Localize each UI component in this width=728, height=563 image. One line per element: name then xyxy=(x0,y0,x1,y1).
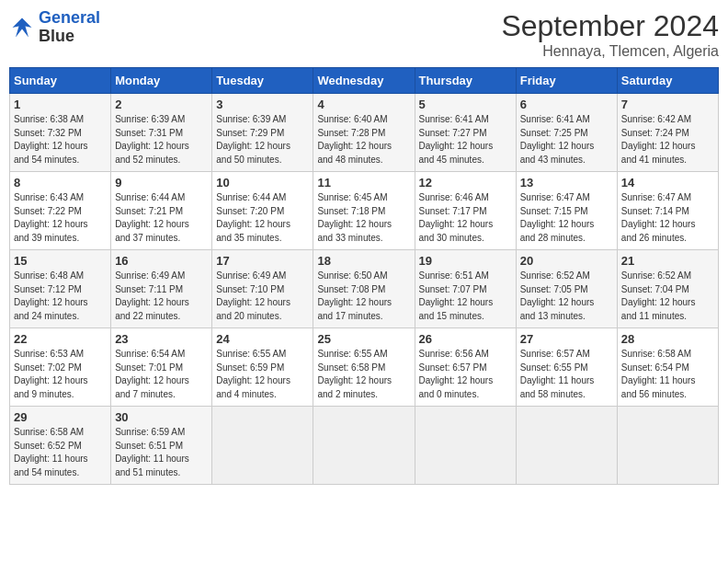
day-info: Sunrise: 6:52 AMSunset: 7:04 PMDaylight:… xyxy=(621,270,714,323)
day-number: 28 xyxy=(621,332,714,346)
day-number: 5 xyxy=(419,98,512,111)
col-header-wednesday: Wednesday xyxy=(313,68,415,94)
week-row-5: 29Sunrise: 6:58 AMSunset: 6:52 PMDayligh… xyxy=(10,407,719,485)
day-info: Sunrise: 6:53 AMSunset: 7:02 PMDaylight:… xyxy=(14,348,107,401)
day-number: 8 xyxy=(14,176,107,190)
day-cell-12: 12Sunrise: 6:46 AMSunset: 7:17 PMDayligh… xyxy=(415,172,516,250)
day-cell-22: 22Sunrise: 6:53 AMSunset: 7:02 PMDayligh… xyxy=(10,328,111,407)
day-cell-6: 6Sunrise: 6:41 AMSunset: 7:25 PMDaylight… xyxy=(516,94,617,172)
day-info: Sunrise: 6:52 AMSunset: 7:05 PMDaylight:… xyxy=(520,270,613,323)
day-info: Sunrise: 6:49 AMSunset: 7:11 PMDaylight:… xyxy=(115,270,208,323)
day-number: 22 xyxy=(14,332,107,346)
day-cell-13: 13Sunrise: 6:47 AMSunset: 7:15 PMDayligh… xyxy=(516,172,617,250)
day-info: Sunrise: 6:46 AMSunset: 7:17 PMDaylight:… xyxy=(419,191,512,245)
col-header-sunday: Sunday xyxy=(10,68,111,94)
empty-cell xyxy=(415,407,516,485)
day-cell-29: 29Sunrise: 6:58 AMSunset: 6:52 PMDayligh… xyxy=(10,407,111,485)
empty-cell xyxy=(212,407,313,485)
day-number: 26 xyxy=(419,332,512,346)
day-number: 7 xyxy=(621,98,714,111)
day-cell-3: 3Sunrise: 6:39 AMSunset: 7:29 PMDaylight… xyxy=(212,94,313,172)
day-number: 9 xyxy=(115,176,208,190)
day-number: 10 xyxy=(216,176,309,190)
day-info: Sunrise: 6:40 AMSunset: 7:28 PMDaylight:… xyxy=(317,113,410,167)
day-number: 21 xyxy=(621,254,714,268)
col-header-thursday: Thursday xyxy=(415,68,516,94)
day-cell-19: 19Sunrise: 6:51 AMSunset: 7:07 PMDayligh… xyxy=(415,250,516,328)
day-info: Sunrise: 6:55 AMSunset: 6:59 PMDaylight:… xyxy=(216,348,309,401)
day-cell-15: 15Sunrise: 6:48 AMSunset: 7:12 PMDayligh… xyxy=(10,250,111,328)
day-info: Sunrise: 6:49 AMSunset: 7:10 PMDaylight:… xyxy=(216,270,309,323)
day-info: Sunrise: 6:58 AMSunset: 6:52 PMDaylight:… xyxy=(14,426,107,479)
day-info: Sunrise: 6:39 AMSunset: 7:31 PMDaylight:… xyxy=(115,113,208,167)
day-cell-7: 7Sunrise: 6:42 AMSunset: 7:24 PMDaylight… xyxy=(617,94,718,172)
day-cell-27: 27Sunrise: 6:57 AMSunset: 6:55 PMDayligh… xyxy=(516,328,617,407)
day-info: Sunrise: 6:44 AMSunset: 7:21 PMDaylight:… xyxy=(115,191,208,245)
day-info: Sunrise: 6:45 AMSunset: 7:18 PMDaylight:… xyxy=(317,191,410,245)
day-cell-26: 26Sunrise: 6:56 AMSunset: 6:57 PMDayligh… xyxy=(415,328,516,407)
week-row-4: 22Sunrise: 6:53 AMSunset: 7:02 PMDayligh… xyxy=(10,328,719,407)
month-title: September 2024 xyxy=(501,9,719,43)
day-info: Sunrise: 6:42 AMSunset: 7:24 PMDaylight:… xyxy=(621,113,714,167)
day-cell-10: 10Sunrise: 6:44 AMSunset: 7:20 PMDayligh… xyxy=(212,172,313,250)
logo-icon xyxy=(9,15,35,40)
day-cell-16: 16Sunrise: 6:49 AMSunset: 7:11 PMDayligh… xyxy=(111,250,212,328)
calendar-table: SundayMondayTuesdayWednesdayThursdayFrid… xyxy=(9,67,719,485)
day-number: 20 xyxy=(520,254,613,268)
day-info: Sunrise: 6:50 AMSunset: 7:08 PMDaylight:… xyxy=(317,270,410,323)
week-row-1: 1Sunrise: 6:38 AMSunset: 7:32 PMDaylight… xyxy=(10,94,719,172)
title-block: September 2024 Hennaya, Tlemcen, Algeria xyxy=(501,9,719,60)
day-cell-25: 25Sunrise: 6:55 AMSunset: 6:58 PMDayligh… xyxy=(313,328,415,407)
day-cell-8: 8Sunrise: 6:43 AMSunset: 7:22 PMDaylight… xyxy=(10,172,111,250)
day-info: Sunrise: 6:55 AMSunset: 6:58 PMDaylight:… xyxy=(317,348,410,401)
week-row-2: 8Sunrise: 6:43 AMSunset: 7:22 PMDaylight… xyxy=(10,172,719,250)
day-cell-23: 23Sunrise: 6:54 AMSunset: 7:01 PMDayligh… xyxy=(111,328,212,407)
day-number: 16 xyxy=(115,254,208,268)
day-number: 12 xyxy=(419,176,512,190)
day-number: 17 xyxy=(216,254,309,268)
empty-cell xyxy=(516,407,617,485)
header-row: SundayMondayTuesdayWednesdayThursdayFrid… xyxy=(10,68,719,94)
day-number: 24 xyxy=(216,332,309,346)
day-number: 13 xyxy=(520,176,613,190)
logo: General Blue xyxy=(9,9,100,46)
location-title: Hennaya, Tlemcen, Algeria xyxy=(501,43,719,60)
day-number: 4 xyxy=(317,98,410,111)
day-number: 18 xyxy=(317,254,410,268)
day-info: Sunrise: 6:57 AMSunset: 6:55 PMDaylight:… xyxy=(520,348,613,401)
day-info: Sunrise: 6:51 AMSunset: 7:07 PMDaylight:… xyxy=(419,270,512,323)
day-cell-30: 30Sunrise: 6:59 AMSunset: 6:51 PMDayligh… xyxy=(111,407,212,485)
day-number: 29 xyxy=(14,410,107,424)
day-number: 3 xyxy=(216,98,309,111)
day-number: 27 xyxy=(520,332,613,346)
day-info: Sunrise: 6:39 AMSunset: 7:29 PMDaylight:… xyxy=(216,113,309,167)
day-info: Sunrise: 6:38 AMSunset: 7:32 PMDaylight:… xyxy=(14,113,107,167)
day-info: Sunrise: 6:58 AMSunset: 6:54 PMDaylight:… xyxy=(621,348,714,401)
day-number: 1 xyxy=(14,98,107,111)
day-info: Sunrise: 6:44 AMSunset: 7:20 PMDaylight:… xyxy=(216,191,309,245)
day-info: Sunrise: 6:47 AMSunset: 7:15 PMDaylight:… xyxy=(520,191,613,245)
empty-cell xyxy=(313,407,415,485)
day-cell-9: 9Sunrise: 6:44 AMSunset: 7:21 PMDaylight… xyxy=(111,172,212,250)
logo-text: General Blue xyxy=(39,9,100,46)
day-info: Sunrise: 6:41 AMSunset: 7:27 PMDaylight:… xyxy=(419,113,512,167)
day-number: 19 xyxy=(419,254,512,268)
svg-marker-0 xyxy=(13,17,32,37)
day-cell-14: 14Sunrise: 6:47 AMSunset: 7:14 PMDayligh… xyxy=(617,172,718,250)
day-number: 2 xyxy=(115,98,208,111)
day-cell-5: 5Sunrise: 6:41 AMSunset: 7:27 PMDaylight… xyxy=(415,94,516,172)
day-number: 14 xyxy=(621,176,714,190)
day-info: Sunrise: 6:43 AMSunset: 7:22 PMDaylight:… xyxy=(14,191,107,245)
day-cell-4: 4Sunrise: 6:40 AMSunset: 7:28 PMDaylight… xyxy=(313,94,415,172)
day-cell-11: 11Sunrise: 6:45 AMSunset: 7:18 PMDayligh… xyxy=(313,172,415,250)
day-cell-2: 2Sunrise: 6:39 AMSunset: 7:31 PMDaylight… xyxy=(111,94,212,172)
week-row-3: 15Sunrise: 6:48 AMSunset: 7:12 PMDayligh… xyxy=(10,250,719,328)
day-number: 15 xyxy=(14,254,107,268)
col-header-tuesday: Tuesday xyxy=(212,68,313,94)
day-info: Sunrise: 6:48 AMSunset: 7:12 PMDaylight:… xyxy=(14,270,107,323)
day-info: Sunrise: 6:47 AMSunset: 7:14 PMDaylight:… xyxy=(621,191,714,245)
page-header: General Blue September 2024 Hennaya, Tle… xyxy=(9,9,719,60)
day-cell-28: 28Sunrise: 6:58 AMSunset: 6:54 PMDayligh… xyxy=(617,328,718,407)
day-cell-24: 24Sunrise: 6:55 AMSunset: 6:59 PMDayligh… xyxy=(212,328,313,407)
day-info: Sunrise: 6:54 AMSunset: 7:01 PMDaylight:… xyxy=(115,348,208,401)
